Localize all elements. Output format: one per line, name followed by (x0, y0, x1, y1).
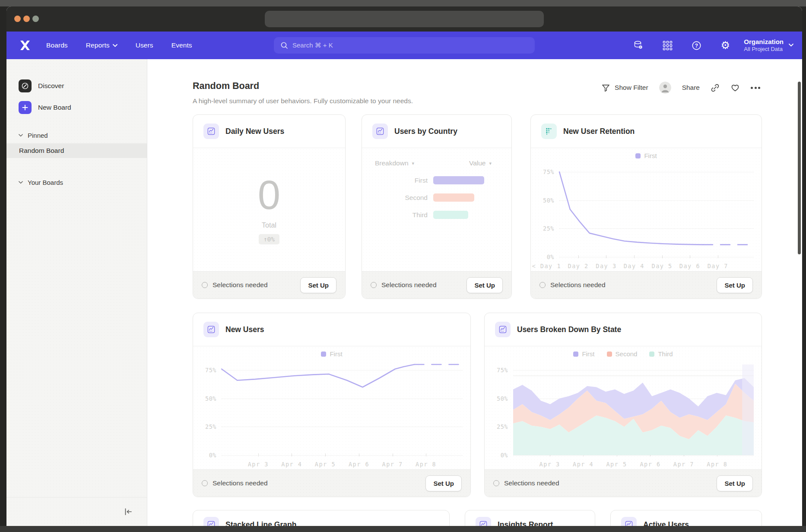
show-filter-button[interactable]: Show Filter (601, 83, 648, 92)
status-text: Selections needed (213, 281, 268, 289)
legend-item: First (321, 350, 342, 358)
x-axis-label: Day 4 (624, 263, 644, 269)
card-row-2: New Users First 75%50%25%0%Apr 3Apr 4Apr… (193, 313, 762, 497)
line-chart-icon (203, 517, 219, 526)
card-header: New User Retention (531, 115, 762, 148)
set-up-button[interactable]: Set Up (717, 277, 753, 293)
card-body: FirstSecondThird 75%50%25%0%Apr 3Apr 4Ap… (485, 346, 762, 469)
set-up-button[interactable]: Set Up (717, 475, 753, 491)
placeholder-bar-second (433, 193, 474, 202)
x-axis-label: Day 3 (596, 263, 616, 269)
address-bar[interactable] (265, 11, 544, 27)
y-axis-label: 75% (197, 367, 216, 374)
collapse-sidebar-button[interactable] (124, 508, 133, 516)
line-chart-icon (203, 322, 219, 337)
card-header: Users by Country (362, 115, 511, 148)
nav-item-events[interactable]: Events (171, 41, 192, 49)
sidebar-footer (6, 497, 147, 526)
row-label: First (362, 177, 428, 184)
status-circle-icon (493, 480, 499, 486)
section-label: Your Boards (28, 179, 63, 186)
x-axis-label: Apr 7 (673, 461, 694, 468)
org-switcher[interactable]: Organization All Project Data (744, 38, 793, 53)
data-management-icon[interactable] (633, 40, 644, 51)
card-users-by-country: Users by Country Breakdown ▾ Value ▾ (362, 114, 512, 299)
x-axis-label: Apr 4 (281, 461, 302, 468)
sidebar-item-discover[interactable]: Discover (6, 78, 147, 94)
window-minimize-button[interactable] (23, 16, 30, 22)
nav-item-boards[interactable]: Boards (46, 41, 68, 49)
y-axis-label: 75% (489, 367, 508, 374)
legend-label: Third (658, 350, 673, 358)
card-header: New Users (193, 313, 470, 346)
legend-swatch-icon (573, 352, 578, 357)
settings-gear-icon[interactable]: ⚙ (720, 40, 731, 51)
card-row-1: Daily New Users 0 Total ↑0% Selections n… (193, 114, 762, 299)
desktop-bottom-strip (0, 526, 806, 532)
row-label: Third (362, 211, 428, 219)
card-title: Insights Report (498, 520, 553, 526)
card-body: Breakdown ▾ Value ▾ First (362, 148, 511, 271)
global-search-input[interactable]: Search ⌘ + K (274, 37, 535, 54)
card-footer: Selections needed Set Up (531, 271, 762, 298)
legend-swatch-icon (321, 352, 326, 357)
card-header: Stacked Line Graph (193, 510, 449, 526)
card-title: Daily New Users (225, 127, 284, 136)
apps-grid-icon[interactable] (662, 41, 673, 51)
sidebar-item-new-board[interactable]: New Board (6, 100, 147, 115)
sidebar-section-pinned[interactable]: Pinned (6, 132, 147, 139)
y-axis-label: 50% (489, 395, 508, 402)
value-dropdown[interactable]: Value ▾ (469, 159, 492, 167)
favorite-heart-icon[interactable] (730, 83, 740, 92)
plus-icon (19, 101, 32, 114)
status-circle-icon (202, 282, 208, 288)
help-icon[interactable]: ? (691, 40, 702, 51)
new_user_retention-svg (559, 166, 754, 257)
scrollbar-thumb[interactable] (798, 82, 801, 254)
avatar[interactable] (659, 82, 671, 94)
placeholder-bar-first (433, 176, 484, 184)
copy-link-icon[interactable] (711, 83, 720, 92)
breakdown-label: Breakdown (375, 159, 409, 167)
status-text: Selections needed (504, 479, 559, 487)
mixpanel-logo-icon[interactable] (19, 40, 31, 51)
card-users-by-state: Users Broken Down By State FirstSecondTh… (484, 313, 762, 497)
share-button[interactable]: Share (682, 84, 700, 92)
set-up-button[interactable]: Set Up (466, 277, 503, 293)
breakdown-header: Breakdown ▾ Value ▾ (362, 159, 511, 167)
legend-swatch-icon (635, 153, 641, 158)
card-header: Insights Report (465, 510, 595, 526)
x-axis-label: Day 5 (652, 263, 673, 269)
card-title: New User Retention (563, 127, 635, 136)
nav-item-users[interactable]: Users (136, 41, 153, 49)
browser-window: Boards Reports Users Events Search ⌘ + K (6, 6, 802, 526)
card-insights-report: Insights Report (465, 510, 595, 526)
y-axis-label: 25% (489, 423, 508, 430)
breakdown-row: First (362, 176, 511, 184)
card-title: Stacked Line Graph (225, 520, 296, 526)
x-axis-label: < Day 1 (532, 263, 561, 269)
sidebar-section-your-boards[interactable]: Your Boards (6, 179, 147, 186)
card-title: New Users (225, 325, 264, 334)
card-header: Users Broken Down By State (485, 313, 762, 346)
window-close-button[interactable] (14, 16, 21, 22)
x-axis-label: Day 6 (679, 263, 700, 269)
x-axis-label: Apr 5 (315, 461, 336, 468)
x-axis-label: Apr 3 (539, 461, 560, 468)
new-users-chart: 75%50%25%0%Apr 3Apr 4Apr 5Apr 6Apr 7Apr … (222, 364, 463, 455)
breakdown-dropdown[interactable]: Breakdown ▾ (375, 159, 414, 167)
retention-chart: 75%50%25%0%< Day 1Day 2Day 3Day 4Day 5Da… (559, 166, 754, 257)
card-new-users: New Users First 75%50%25%0%Apr 3Apr 4Apr… (193, 313, 471, 497)
sidebar-item-random-board[interactable]: Random Board (6, 143, 147, 158)
nav-item-reports[interactable]: Reports (86, 41, 117, 49)
window-expand-button[interactable] (32, 16, 39, 22)
x-axis-label: Apr 8 (416, 461, 436, 468)
card-footer: Selections needed Set Up (485, 469, 762, 497)
line-chart-icon (372, 124, 388, 139)
y-axis-label: 50% (535, 197, 554, 204)
show-filter-label: Show Filter (615, 84, 648, 92)
set-up-button[interactable]: Set Up (425, 475, 462, 491)
legend-label: First (582, 350, 594, 358)
set-up-button[interactable]: Set Up (300, 277, 336, 293)
more-options-icon[interactable] (751, 87, 760, 89)
